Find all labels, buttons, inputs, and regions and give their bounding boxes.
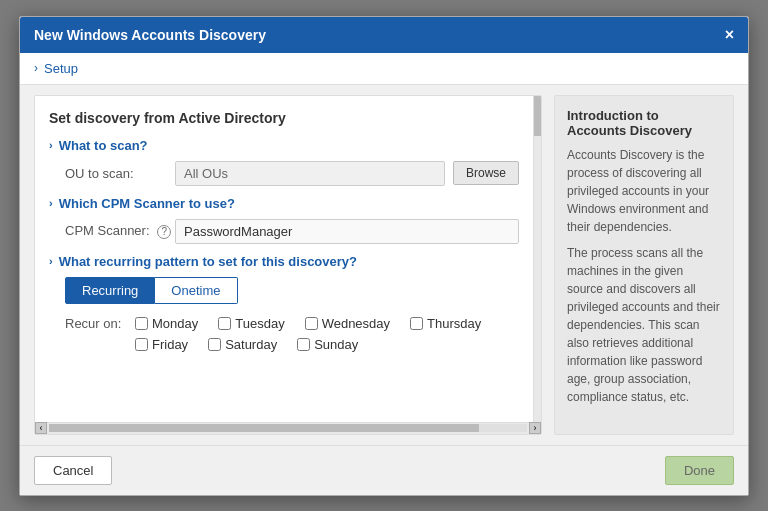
tab-group: Recurring Onetime <box>49 277 519 304</box>
breadcrumb: › Setup <box>20 53 748 85</box>
scroll-right-arrow[interactable]: › <box>529 422 541 434</box>
browse-button[interactable]: Browse <box>453 161 519 185</box>
cpm-scanner-row: CPM Scanner: ? <box>49 219 519 244</box>
vertical-scroll-thumb[interactable] <box>534 96 541 136</box>
modal-container: New Windows Accounts Discovery × › Setup… <box>19 16 749 496</box>
day-monday[interactable]: Monday <box>135 316 198 331</box>
cpm-label: CPM Scanner: ? <box>65 223 175 239</box>
ou-scan-row: OU to scan: Browse <box>49 161 519 186</box>
sidebar-title: Introduction to Accounts Discovery <box>567 108 721 138</box>
day-sunday[interactable]: Sunday <box>297 337 358 352</box>
pattern-section-header[interactable]: › What recurring pattern to set for this… <box>49 254 519 269</box>
horizontal-scroll-thumb[interactable] <box>49 424 479 432</box>
day-saturday[interactable]: Saturday <box>208 337 277 352</box>
scanner-section-label: Which CPM Scanner to use? <box>59 196 235 211</box>
scanner-chevron-icon: › <box>49 197 53 209</box>
tab-onetime[interactable]: Onetime <box>155 277 237 304</box>
scroll-left-arrow[interactable]: ‹ <box>35 422 47 434</box>
tab-recurring[interactable]: Recurring <box>65 277 155 304</box>
breadcrumb-chevron-icon: › <box>34 61 38 75</box>
modal-body: Set discovery from Active Directory › Wh… <box>20 85 748 445</box>
modal-title: New Windows Accounts Discovery <box>34 27 266 43</box>
days-grid: Monday Tuesday <box>135 316 481 358</box>
sunday-checkbox[interactable] <box>297 338 310 351</box>
wednesday-checkbox[interactable] <box>305 317 318 330</box>
modal-footer: Cancel Done <box>20 445 748 495</box>
day-thursday[interactable]: Thursday <box>410 316 481 331</box>
scanner-section: › Which CPM Scanner to use? CPM Scanner:… <box>49 196 519 244</box>
section-title: Set discovery from Active Directory <box>49 110 519 126</box>
breadcrumb-label[interactable]: Setup <box>44 61 78 76</box>
scanner-section-header[interactable]: › Which CPM Scanner to use? <box>49 196 519 211</box>
cpm-input[interactable] <box>175 219 519 244</box>
day-friday[interactable]: Friday <box>135 337 188 352</box>
recur-label: Recur on: <box>65 316 135 331</box>
ou-input[interactable] <box>175 161 445 186</box>
pattern-section: › What recurring pattern to set for this… <box>49 254 519 358</box>
scan-section-header[interactable]: › What to scan? <box>49 138 519 153</box>
done-button[interactable]: Done <box>665 456 734 485</box>
tuesday-checkbox[interactable] <box>218 317 231 330</box>
ou-label: OU to scan: <box>65 166 175 181</box>
vertical-scrollbar[interactable] <box>533 96 541 422</box>
modal-header: New Windows Accounts Discovery × <box>20 17 748 53</box>
days-row-2: Friday Saturday <box>135 337 481 352</box>
help-icon[interactable]: ? <box>157 225 171 239</box>
horizontal-scrollbar[interactable]: ‹ › <box>35 422 541 434</box>
pattern-section-label: What recurring pattern to set for this d… <box>59 254 357 269</box>
sidebar-panel: Introduction to Accounts Discovery Accou… <box>554 95 734 435</box>
main-content-panel: Set discovery from Active Directory › Wh… <box>34 95 542 435</box>
days-row-1: Monday Tuesday <box>135 316 481 331</box>
main-content-inner: Set discovery from Active Directory › Wh… <box>35 96 533 422</box>
friday-checkbox[interactable] <box>135 338 148 351</box>
monday-checkbox[interactable] <box>135 317 148 330</box>
saturday-checkbox[interactable] <box>208 338 221 351</box>
thursday-checkbox[interactable] <box>410 317 423 330</box>
day-tuesday[interactable]: Tuesday <box>218 316 284 331</box>
cancel-button[interactable]: Cancel <box>34 456 112 485</box>
pattern-chevron-icon: › <box>49 255 53 267</box>
sidebar-text-2: The process scans all the machines in th… <box>567 244 721 406</box>
scan-section-label: What to scan? <box>59 138 148 153</box>
sidebar-text-1: Accounts Discovery is the process of dis… <box>567 146 721 236</box>
recur-section: Recur on: Monday <box>49 316 519 358</box>
close-icon[interactable]: × <box>725 27 734 43</box>
day-wednesday[interactable]: Wednesday <box>305 316 390 331</box>
scan-chevron-icon: › <box>49 139 53 151</box>
scan-section: › What to scan? OU to scan: Browse <box>49 138 519 186</box>
